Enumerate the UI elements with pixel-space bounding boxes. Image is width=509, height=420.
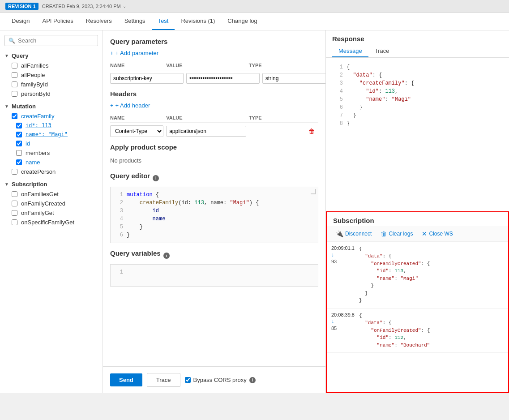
list-item[interactable]: name*: "Magi" <box>0 130 103 139</box>
list-item[interactable]: id*: 113 <box>0 121 103 130</box>
tab-revisions[interactable]: Revisions (1) <box>175 12 221 30</box>
code-line: 6 } <box>114 231 314 239</box>
right-panel: Response Message Trace 1 { 2 "data": { <box>325 30 509 393</box>
delete-header-button[interactable]: 🗑 <box>305 128 318 135</box>
close-ws-label: Close WS <box>429 231 453 237</box>
onFamiliesGet-checkbox[interactable] <box>12 191 17 197</box>
chevron-down-icon[interactable]: ⌄ <box>123 4 126 9</box>
sidebar-section-mutation[interactable]: ▼ Mutation <box>0 101 103 111</box>
top-bar-meta: CREATED Feb 9, 2023, 2:24:40 PM ⌄ <box>42 4 126 9</box>
list-item[interactable]: personById <box>0 89 103 99</box>
list-item[interactable]: members <box>0 148 103 158</box>
down-arrow-icon: ↓ <box>331 318 334 325</box>
code-line: 4 name <box>114 215 314 223</box>
search-input[interactable] <box>18 37 94 44</box>
code-line: 2 "data": { <box>334 71 501 79</box>
disconnect-label: Disconnect <box>345 231 372 237</box>
createPerson-checkbox[interactable] <box>12 169 17 175</box>
info-icon: i <box>153 175 159 181</box>
trace-button[interactable]: Trace <box>147 373 180 387</box>
personById-checkbox[interactable] <box>12 91 17 97</box>
col-value: VALUE <box>166 115 246 120</box>
list-item[interactable]: id <box>0 139 103 148</box>
sidebar-item-label: id <box>26 140 30 147</box>
add-parameter-link[interactable]: + + Add parameter <box>110 50 318 56</box>
sidebar-section-subscription[interactable]: ▼ Subscription <box>0 179 103 189</box>
query-vars-editor[interactable]: 1 <box>110 264 318 287</box>
members-checkbox[interactable] <box>16 150 22 156</box>
bypass-cors-label[interactable]: Bypass CORS proxy i <box>185 377 256 383</box>
sidebar-item-label: members <box>26 150 50 156</box>
chevron-down-icon: ▼ <box>4 104 9 109</box>
col-value: VALUE <box>166 63 246 68</box>
code-line: 1 { <box>334 63 501 71</box>
content-area: Query parameters + + Add parameter NAME … <box>103 30 325 393</box>
subscription-logs[interactable]: 20:09:01.1 ↓ 93 { "data": { "onFamilyCre… <box>327 242 508 393</box>
bypass-cors-checkbox[interactable] <box>185 377 191 383</box>
createFamily-checkbox[interactable] <box>12 113 17 119</box>
tab-api-policies[interactable]: API Policies <box>36 12 79 30</box>
disconnect-button[interactable]: 🔌 Disconnect <box>333 229 374 239</box>
name-magi-checkbox[interactable] <box>16 132 22 137</box>
allPeople-checkbox[interactable] <box>12 72 17 78</box>
chevron-down-icon: ▼ <box>4 53 9 58</box>
add-header-link[interactable]: + + Add header <box>110 102 318 109</box>
familyById-checkbox[interactable] <box>12 81 17 87</box>
resize-handle[interactable] <box>311 189 316 194</box>
tab-message[interactable]: Message <box>332 45 368 57</box>
search-box[interactable]: 🔍 <box>4 35 98 46</box>
sidebar-item-label: createFamily <box>21 113 54 120</box>
response-body[interactable]: 1 { 2 "data": { 3 "createFamily": { 4 <box>326 58 509 211</box>
list-item[interactable]: onFamilyGet <box>0 208 103 218</box>
id-checkbox[interactable] <box>16 123 22 129</box>
log-entry: 20:08:39.8 ↓ 85 { "data": { "onFamilyCre… <box>327 309 508 353</box>
query-editor[interactable]: 1 mutation { 2 createFamily(id: 113, nam… <box>110 187 318 243</box>
clear-logs-button[interactable]: 🗑 Clear logs <box>378 229 415 239</box>
tab-settings[interactable]: Settings <box>118 12 152 30</box>
tab-trace[interactable]: Trace <box>368 45 396 57</box>
header-name-select[interactable]: Content-Type <box>110 125 163 137</box>
mutation-items: createFamily id*: 113 name*: "Magi" id m… <box>0 111 103 179</box>
param-value-input[interactable] <box>186 73 260 84</box>
log-timestamp: 20:08:39.8 ↓ 85 <box>331 312 355 349</box>
param-name-input[interactable] <box>110 73 184 84</box>
sidebar-item-label: createPerson <box>21 168 56 175</box>
send-button[interactable]: Send <box>110 373 142 386</box>
subscription-items: onFamiliesGet onFamilyCreated onFamilyGe… <box>0 189 103 230</box>
allFamilies-checkbox[interactable] <box>12 63 17 69</box>
tab-resolvers[interactable]: Resolvers <box>80 12 118 30</box>
content-scrollable[interactable]: Query parameters + + Add parameter NAME … <box>103 30 325 366</box>
code-line: 2 createFamily(id: 113, name: "Magi") { <box>114 199 314 207</box>
list-item[interactable]: allPeople <box>0 70 103 80</box>
tab-changelog[interactable]: Change log <box>221 12 264 30</box>
onSpecificFamilyGet-checkbox[interactable] <box>12 219 17 225</box>
onFamilyGet-checkbox[interactable] <box>12 210 17 216</box>
onFamilyCreated-checkbox[interactable] <box>12 201 17 206</box>
param-type-input[interactable] <box>262 73 325 84</box>
sidebar-section-mutation-label: Mutation <box>12 103 36 110</box>
list-item[interactable]: onFamilyCreated <box>0 199 103 208</box>
tab-test[interactable]: Test <box>152 12 175 30</box>
list-item[interactable]: createPerson <box>0 167 103 176</box>
list-item[interactable]: name <box>0 158 103 167</box>
list-item[interactable]: allFamilies <box>0 61 103 70</box>
id-field-checkbox[interactable] <box>16 141 22 146</box>
close-ws-icon: ✕ <box>422 230 427 237</box>
sidebar-section-query[interactable]: ▼ Query <box>0 51 103 61</box>
close-ws-button[interactable]: ✕ Close WS <box>419 229 455 239</box>
name-field-checkbox[interactable] <box>16 159 22 165</box>
list-item[interactable]: familyById <box>0 80 103 89</box>
query-editor-section: Query editor i 1 mutation { 2 createFami… <box>110 172 318 243</box>
col-name: NAME <box>110 115 163 120</box>
list-item[interactable]: createFamily <box>0 111 103 121</box>
query-items: allFamilies allPeople familyById personB… <box>0 61 103 101</box>
log-data: { "data": { "onFamilyCreated": { "id": 1… <box>359 245 504 304</box>
revision-badge: REVISION 1 <box>5 3 38 10</box>
col-type: TYPE <box>249 115 302 120</box>
header-value-input[interactable] <box>166 126 246 137</box>
list-item[interactable]: onFamiliesGet <box>0 189 103 199</box>
list-item[interactable]: onSpecificFamilyGet <box>0 218 103 227</box>
tab-design[interactable]: Design <box>5 12 36 30</box>
code-line: 8 } <box>334 120 501 128</box>
code-line: 4 "id": 113, <box>334 87 501 95</box>
